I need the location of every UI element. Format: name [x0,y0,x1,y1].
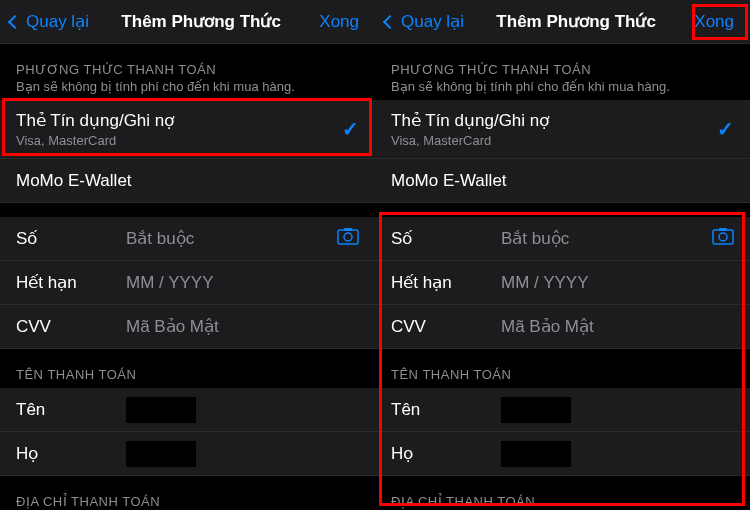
first-name-label: Tên [391,400,501,420]
screen-right: Quay lại Thêm Phương Thức Xong PHƯƠNG TH… [375,0,750,510]
payment-method-note: Bạn sẽ không bị tính phí cho đến khi mua… [391,79,734,94]
payment-method-note: Bạn sẽ không bị tính phí cho đến khi mua… [16,79,359,94]
payment-option-title: MoMo E-Wallet [391,171,734,191]
payment-option-title: Thẻ Tín dụng/Ghi nợ [16,110,342,131]
back-button[interactable]: Quay lại [10,11,89,32]
payment-option-card[interactable]: Thẻ Tín dụng/Ghi nợ Visa, MasterCard ✓ [0,100,375,159]
card-expiry-label: Hết hạn [391,272,501,293]
navbar: Quay lại Thêm Phương Thức Xong [0,0,375,44]
billing-name-header: TÊN THANH TOÁN [375,349,750,388]
last-name-value-redacted [501,441,571,467]
card-expiry-row[interactable]: Hết hạn MM / YYYY [375,261,750,305]
nav-title: Thêm Phương Thức [89,11,313,32]
back-label: Quay lại [401,11,464,32]
card-number-row[interactable]: Số Bắt buộc [375,217,750,261]
billing-address-header: ĐỊA CHỈ THANH TOÁN [0,476,375,510]
chevron-left-icon [383,14,397,28]
back-label: Quay lại [26,11,89,32]
payment-option-title: MoMo E-Wallet [16,171,359,191]
chevron-left-icon [8,14,22,28]
checkmark-icon: ✓ [342,117,359,141]
card-number-input[interactable]: Bắt buộc [126,228,337,249]
spacer [375,203,750,217]
last-name-label: Họ [391,443,501,464]
back-button[interactable]: Quay lại [385,11,464,32]
last-name-row[interactable]: Họ [0,432,375,476]
nav-title: Thêm Phương Thức [464,11,688,32]
last-name-label: Họ [16,443,126,464]
svg-rect-5 [719,228,727,231]
card-cvv-row[interactable]: CVV Mã Bảo Mật [375,305,750,349]
payment-method-header-text: PHƯƠNG THỨC THANH TOÁN [16,62,359,77]
card-expiry-row[interactable]: Hết hạn MM / YYYY [0,261,375,305]
card-cvv-row[interactable]: CVV Mã Bảo Mật [0,305,375,349]
camera-icon[interactable] [337,227,359,250]
svg-point-4 [719,233,727,241]
card-number-label: Số [16,228,126,249]
card-expiry-input[interactable]: MM / YYYY [126,273,359,293]
card-expiry-input[interactable]: MM / YYYY [501,273,734,293]
card-cvv-label: CVV [391,317,501,337]
card-cvv-label: CVV [16,317,126,337]
payment-method-header-text: PHƯƠNG THỨC THANH TOÁN [391,62,734,77]
payment-option-subtitle: Visa, MasterCard [16,133,342,148]
first-name-row[interactable]: Tên [0,388,375,432]
card-expiry-label: Hết hạn [16,272,126,293]
camera-icon[interactable] [712,227,734,250]
checkmark-icon: ✓ [717,117,734,141]
done-button[interactable]: Xong [313,10,365,34]
payment-option-momo[interactable]: MoMo E-Wallet [0,159,375,203]
payment-method-header: PHƯƠNG THỨC THANH TOÁN Bạn sẽ không bị t… [375,44,750,100]
first-name-value-redacted [501,397,571,423]
payment-option-card[interactable]: Thẻ Tín dụng/Ghi nợ Visa, MasterCard ✓ [375,100,750,159]
payment-method-header: PHƯƠNG THỨC THANH TOÁN Bạn sẽ không bị t… [0,44,375,100]
done-label: Xong [694,12,734,31]
first-name-value-redacted [126,397,196,423]
card-number-row[interactable]: Số Bắt buộc [0,217,375,261]
card-cvv-input[interactable]: Mã Bảo Mật [501,316,734,337]
card-number-label: Số [391,228,501,249]
done-button[interactable]: Xong [688,10,740,34]
screen-left: Quay lại Thêm Phương Thức Xong PHƯƠNG TH… [0,0,375,510]
done-label: Xong [319,12,359,31]
svg-rect-0 [338,230,358,244]
billing-address-header: ĐỊA CHỈ THANH TOÁN [375,476,750,510]
card-number-input[interactable]: Bắt buộc [501,228,712,249]
navbar: Quay lại Thêm Phương Thức Xong [375,0,750,44]
spacer [0,203,375,217]
svg-rect-3 [713,230,733,244]
payment-option-momo[interactable]: MoMo E-Wallet [375,159,750,203]
last-name-row[interactable]: Họ [375,432,750,476]
card-cvv-input[interactable]: Mã Bảo Mật [126,316,359,337]
first-name-row[interactable]: Tên [375,388,750,432]
billing-name-header: TÊN THANH TOÁN [0,349,375,388]
first-name-label: Tên [16,400,126,420]
svg-rect-2 [344,228,352,231]
payment-option-title: Thẻ Tín dụng/Ghi nợ [391,110,717,131]
payment-option-subtitle: Visa, MasterCard [391,133,717,148]
last-name-value-redacted [126,441,196,467]
svg-point-1 [344,233,352,241]
